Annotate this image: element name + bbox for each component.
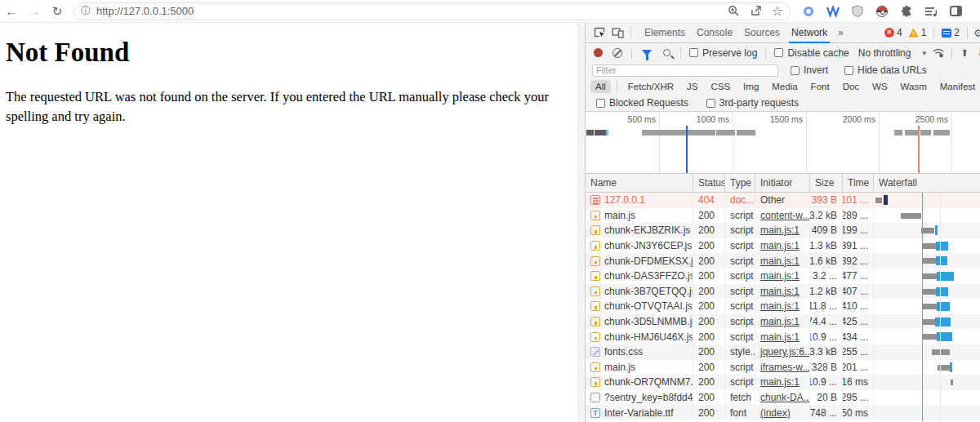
- column-header-type[interactable]: Type: [725, 174, 755, 192]
- initiator-link[interactable]: (index): [760, 407, 791, 419]
- network-requests-table: NameStatusTypeInitiatorSizeTimeWaterfall…: [586, 174, 980, 421]
- tab-network[interactable]: Network: [786, 23, 833, 43]
- warning-count-badge[interactable]: ! 1: [909, 27, 927, 38]
- initiator-link[interactable]: main.js:1: [760, 255, 800, 267]
- table-row[interactable]: chunk-DFDMEKSX.js200scriptmain.js:11.6 k…: [586, 253, 980, 269]
- table-row[interactable]: ?sentry_key=b8fdd4...200fetchchunk-DA...…: [586, 390, 980, 406]
- checkbox[interactable]: [596, 99, 605, 108]
- type-filter-media[interactable]: Media: [767, 80, 802, 93]
- initiator-link[interactable]: jquery.js:6...: [760, 346, 810, 358]
- column-header-time[interactable]: Time: [843, 174, 874, 192]
- checkbox[interactable]: [774, 48, 783, 57]
- network-overview-timeline[interactable]: 500 ms1000 ms1500 ms2000 ms2500 ms: [586, 112, 980, 174]
- network-conditions-icon[interactable]: [931, 47, 946, 60]
- column-header-waterfall[interactable]: Waterfall: [874, 174, 980, 192]
- throttling-dropdown[interactable]: No throttling ▾: [858, 47, 926, 59]
- page-scrollbar[interactable]: [577, 23, 585, 422]
- filter-icon[interactable]: [642, 50, 652, 56]
- bookmark-star-icon[interactable]: ☆: [772, 3, 783, 19]
- tab-console[interactable]: Console: [691, 23, 738, 43]
- extension-blue-circle-icon[interactable]: [802, 5, 815, 18]
- blocked-requests-checkbox[interactable]: Blocked Requests: [596, 97, 688, 109]
- record-button[interactable]: [594, 48, 603, 57]
- initiator-link[interactable]: main.js:1: [760, 300, 800, 312]
- checkbox[interactable]: [689, 48, 698, 57]
- type-filter-fetch-xhr[interactable]: Fetch/XHR: [623, 80, 679, 93]
- type-filter-all[interactable]: All: [590, 80, 611, 93]
- type-filter-ws[interactable]: WS: [867, 80, 893, 93]
- hide-data-urls-checkbox[interactable]: Hide data URLs: [844, 64, 927, 76]
- error-count-badge[interactable]: ✕ 4: [884, 27, 902, 38]
- table-row[interactable]: fonts.css200style...jquery.js:6...3.3 kB…: [586, 344, 980, 360]
- type-filter-js[interactable]: JS: [682, 80, 702, 93]
- table-row[interactable]: 127.0.0.1404doc...Other393 B101 ...: [586, 193, 980, 208]
- filter-input[interactable]: [592, 64, 778, 77]
- type-filter-font[interactable]: Font: [806, 80, 835, 93]
- cell-initiator: main.js:1: [755, 253, 810, 269]
- disable-cache-checkbox[interactable]: Disable cache: [774, 47, 849, 59]
- initiator-link[interactable]: main.js:1: [760, 270, 800, 282]
- export-har-icon[interactable]: ⬇: [977, 47, 980, 59]
- checkbox[interactable]: [791, 66, 800, 75]
- invert-checkbox[interactable]: Invert: [791, 64, 828, 76]
- share-icon[interactable]: [750, 5, 762, 17]
- address-bar[interactable]: ⓘ http://127.0.0.1:5000 ☆: [74, 2, 791, 20]
- table-row[interactable]: TInter-Variable.ttf200font(index)748 ...…: [586, 405, 980, 420]
- device-toolbar-icon[interactable]: [610, 26, 625, 39]
- reload-button-icon[interactable]: ↻: [46, 4, 69, 19]
- column-header-size[interactable]: Size: [810, 174, 843, 192]
- table-row[interactable]: chunk-3B7QETQQ.js200scriptmain.js:11.2 k…: [586, 284, 980, 300]
- initiator-link[interactable]: content-w...: [760, 210, 810, 221]
- table-row[interactable]: chunk-EKJBZRIK.js200scriptmain.js:1409 B…: [586, 223, 980, 238]
- table-row[interactable]: chunk-OTVQTAAI.js200scriptmain.js:111.8 …: [586, 299, 980, 314]
- extension-pokeball-icon[interactable]: [875, 5, 889, 18]
- reading-list-icon[interactable]: [924, 5, 938, 18]
- checkbox[interactable]: [706, 99, 715, 108]
- type-filter-img[interactable]: Img: [738, 80, 764, 93]
- site-info-icon[interactable]: ⓘ: [81, 4, 91, 18]
- table-row[interactable]: chunk-HMJ6U46X.js200scriptmain.js:110.9 …: [586, 329, 980, 344]
- url-text[interactable]: http://127.0.0.1:5000: [96, 5, 718, 17]
- more-tabs-icon[interactable]: »: [833, 27, 849, 38]
- extension-zigzag-icon[interactable]: [826, 5, 840, 18]
- forward-button-icon[interactable]: →: [23, 4, 46, 18]
- type-filter-wasm[interactable]: Wasm: [896, 80, 932, 93]
- clear-button[interactable]: [612, 48, 622, 58]
- tab-sources[interactable]: Sources: [738, 23, 786, 43]
- initiator-link[interactable]: main.js:1: [760, 331, 800, 343]
- type-filter-css[interactable]: CSS: [706, 80, 735, 93]
- inspect-element-icon[interactable]: [592, 26, 607, 39]
- table-row[interactable]: main.js200scriptcontent-w...3.2 kB289 ..…: [586, 208, 980, 224]
- table-row[interactable]: chunk-3D5LNMMB.js200scriptmain.js:174.4 …: [586, 314, 980, 330]
- settings-gear-icon[interactable]: ⚙: [973, 27, 980, 39]
- initiator-link[interactable]: chunk-DA...: [760, 392, 810, 403]
- table-row[interactable]: main.js200scriptiframes-w...328 B201 ...: [586, 360, 980, 375]
- tab-elements[interactable]: Elements: [639, 23, 691, 43]
- type-filter-manifest[interactable]: Manifest: [935, 80, 980, 93]
- third-party-checkbox[interactable]: 3rd-party requests: [706, 97, 799, 109]
- search-icon[interactable]: [663, 49, 670, 56]
- checkbox[interactable]: [844, 66, 853, 75]
- initiator-link[interactable]: main.js:1: [760, 224, 800, 236]
- initiator-link[interactable]: main.js:1: [760, 316, 800, 327]
- initiator-link[interactable]: iframes-w...: [760, 362, 810, 373]
- table-row[interactable]: chunk-OR7QMNM7.js200scriptmain.js:110.9 …: [586, 375, 980, 390]
- type-filter-doc[interactable]: Doc: [838, 80, 864, 93]
- initiator-link[interactable]: main.js:1: [760, 376, 800, 388]
- cell-name: main.js: [586, 208, 693, 224]
- table-row[interactable]: chunk-DAS3FFZO.js200scriptmain.js:13.2 .…: [586, 269, 980, 284]
- table-row[interactable]: chunk-JN3Y6CEP.js200scriptmain.js:11.3 k…: [586, 238, 980, 254]
- issues-count-badge[interactable]: 2: [942, 27, 960, 38]
- side-panel-icon[interactable]: [949, 5, 962, 18]
- column-header-status[interactable]: Status: [693, 174, 725, 192]
- preserve-log-checkbox[interactable]: Preserve log: [689, 47, 757, 59]
- back-button-icon[interactable]: ←: [0, 4, 23, 18]
- column-header-initiator[interactable]: Initiator: [755, 174, 810, 192]
- extensions-puzzle-icon[interactable]: [900, 5, 913, 18]
- import-har-icon[interactable]: ⬆: [960, 47, 969, 59]
- initiator-link[interactable]: main.js:1: [760, 240, 800, 251]
- extension-shield-icon[interactable]: [851, 5, 864, 18]
- zoom-icon[interactable]: [728, 5, 740, 17]
- initiator-link[interactable]: main.js:1: [760, 286, 800, 297]
- column-header-name[interactable]: Name: [586, 174, 693, 192]
